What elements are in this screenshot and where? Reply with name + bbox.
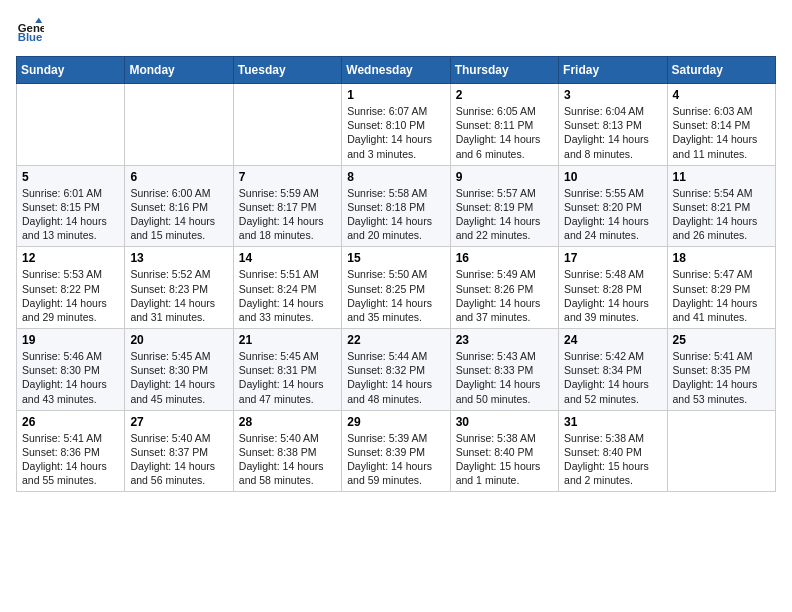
calendar-cell: 27Sunrise: 5:40 AM Sunset: 8:37 PM Dayli… <box>125 410 233 492</box>
day-number: 17 <box>564 251 661 265</box>
day-info: Sunrise: 5:46 AM Sunset: 8:30 PM Dayligh… <box>22 349 119 406</box>
day-number: 27 <box>130 415 227 429</box>
day-info: Sunrise: 5:53 AM Sunset: 8:22 PM Dayligh… <box>22 267 119 324</box>
calendar-cell: 18Sunrise: 5:47 AM Sunset: 8:29 PM Dayli… <box>667 247 775 329</box>
calendar-cell: 5Sunrise: 6:01 AM Sunset: 8:15 PM Daylig… <box>17 165 125 247</box>
calendar-cell: 11Sunrise: 5:54 AM Sunset: 8:21 PM Dayli… <box>667 165 775 247</box>
calendar-cell: 31Sunrise: 5:38 AM Sunset: 8:40 PM Dayli… <box>559 410 667 492</box>
day-info: Sunrise: 5:59 AM Sunset: 8:17 PM Dayligh… <box>239 186 336 243</box>
day-info: Sunrise: 5:42 AM Sunset: 8:34 PM Dayligh… <box>564 349 661 406</box>
calendar-week-row: 26Sunrise: 5:41 AM Sunset: 8:36 PM Dayli… <box>17 410 776 492</box>
day-info: Sunrise: 5:43 AM Sunset: 8:33 PM Dayligh… <box>456 349 553 406</box>
calendar-cell: 3Sunrise: 6:04 AM Sunset: 8:13 PM Daylig… <box>559 84 667 166</box>
day-info: Sunrise: 5:50 AM Sunset: 8:25 PM Dayligh… <box>347 267 444 324</box>
calendar-cell: 6Sunrise: 6:00 AM Sunset: 8:16 PM Daylig… <box>125 165 233 247</box>
day-number: 30 <box>456 415 553 429</box>
day-number: 3 <box>564 88 661 102</box>
day-number: 1 <box>347 88 444 102</box>
day-info: Sunrise: 5:39 AM Sunset: 8:39 PM Dayligh… <box>347 431 444 488</box>
calendar-cell: 29Sunrise: 5:39 AM Sunset: 8:39 PM Dayli… <box>342 410 450 492</box>
calendar-cell: 10Sunrise: 5:55 AM Sunset: 8:20 PM Dayli… <box>559 165 667 247</box>
day-info: Sunrise: 5:38 AM Sunset: 8:40 PM Dayligh… <box>564 431 661 488</box>
day-number: 28 <box>239 415 336 429</box>
calendar-cell: 21Sunrise: 5:45 AM Sunset: 8:31 PM Dayli… <box>233 329 341 411</box>
day-info: Sunrise: 5:44 AM Sunset: 8:32 PM Dayligh… <box>347 349 444 406</box>
calendar-table: SundayMondayTuesdayWednesdayThursdayFrid… <box>16 56 776 492</box>
day-info: Sunrise: 6:00 AM Sunset: 8:16 PM Dayligh… <box>130 186 227 243</box>
calendar-cell: 4Sunrise: 6:03 AM Sunset: 8:14 PM Daylig… <box>667 84 775 166</box>
calendar-cell: 23Sunrise: 5:43 AM Sunset: 8:33 PM Dayli… <box>450 329 558 411</box>
day-number: 20 <box>130 333 227 347</box>
day-number: 11 <box>673 170 770 184</box>
day-number: 8 <box>347 170 444 184</box>
calendar-cell <box>17 84 125 166</box>
day-number: 26 <box>22 415 119 429</box>
day-info: Sunrise: 5:47 AM Sunset: 8:29 PM Dayligh… <box>673 267 770 324</box>
calendar-cell: 15Sunrise: 5:50 AM Sunset: 8:25 PM Dayli… <box>342 247 450 329</box>
day-info: Sunrise: 6:05 AM Sunset: 8:11 PM Dayligh… <box>456 104 553 161</box>
day-info: Sunrise: 6:04 AM Sunset: 8:13 PM Dayligh… <box>564 104 661 161</box>
day-number: 22 <box>347 333 444 347</box>
day-info: Sunrise: 5:52 AM Sunset: 8:23 PM Dayligh… <box>130 267 227 324</box>
calendar-week-row: 1Sunrise: 6:07 AM Sunset: 8:10 PM Daylig… <box>17 84 776 166</box>
calendar-cell: 14Sunrise: 5:51 AM Sunset: 8:24 PM Dayli… <box>233 247 341 329</box>
day-info: Sunrise: 5:45 AM Sunset: 8:30 PM Dayligh… <box>130 349 227 406</box>
calendar-cell: 19Sunrise: 5:46 AM Sunset: 8:30 PM Dayli… <box>17 329 125 411</box>
day-info: Sunrise: 5:40 AM Sunset: 8:37 PM Dayligh… <box>130 431 227 488</box>
logo: General Blue <box>16 16 48 44</box>
calendar-cell: 30Sunrise: 5:38 AM Sunset: 8:40 PM Dayli… <box>450 410 558 492</box>
day-number: 9 <box>456 170 553 184</box>
calendar-cell: 1Sunrise: 6:07 AM Sunset: 8:10 PM Daylig… <box>342 84 450 166</box>
day-info: Sunrise: 5:48 AM Sunset: 8:28 PM Dayligh… <box>564 267 661 324</box>
calendar-cell: 8Sunrise: 5:58 AM Sunset: 8:18 PM Daylig… <box>342 165 450 247</box>
day-number: 12 <box>22 251 119 265</box>
calendar-cell: 16Sunrise: 5:49 AM Sunset: 8:26 PM Dayli… <box>450 247 558 329</box>
logo-icon: General Blue <box>16 16 44 44</box>
day-info: Sunrise: 5:54 AM Sunset: 8:21 PM Dayligh… <box>673 186 770 243</box>
day-info: Sunrise: 5:41 AM Sunset: 8:36 PM Dayligh… <box>22 431 119 488</box>
day-number: 13 <box>130 251 227 265</box>
calendar-cell: 13Sunrise: 5:52 AM Sunset: 8:23 PM Dayli… <box>125 247 233 329</box>
day-number: 14 <box>239 251 336 265</box>
calendar-cell <box>125 84 233 166</box>
day-info: Sunrise: 5:41 AM Sunset: 8:35 PM Dayligh… <box>673 349 770 406</box>
calendar-cell: 12Sunrise: 5:53 AM Sunset: 8:22 PM Dayli… <box>17 247 125 329</box>
day-number: 4 <box>673 88 770 102</box>
day-number: 5 <box>22 170 119 184</box>
day-info: Sunrise: 6:07 AM Sunset: 8:10 PM Dayligh… <box>347 104 444 161</box>
calendar-cell: 7Sunrise: 5:59 AM Sunset: 8:17 PM Daylig… <box>233 165 341 247</box>
day-number: 18 <box>673 251 770 265</box>
calendar-cell: 26Sunrise: 5:41 AM Sunset: 8:36 PM Dayli… <box>17 410 125 492</box>
day-info: Sunrise: 5:49 AM Sunset: 8:26 PM Dayligh… <box>456 267 553 324</box>
weekday-header: Friday <box>559 57 667 84</box>
day-number: 24 <box>564 333 661 347</box>
day-info: Sunrise: 5:55 AM Sunset: 8:20 PM Dayligh… <box>564 186 661 243</box>
calendar-week-row: 19Sunrise: 5:46 AM Sunset: 8:30 PM Dayli… <box>17 329 776 411</box>
calendar-cell: 20Sunrise: 5:45 AM Sunset: 8:30 PM Dayli… <box>125 329 233 411</box>
day-info: Sunrise: 5:58 AM Sunset: 8:18 PM Dayligh… <box>347 186 444 243</box>
day-number: 29 <box>347 415 444 429</box>
weekday-header: Tuesday <box>233 57 341 84</box>
day-number: 19 <box>22 333 119 347</box>
day-info: Sunrise: 5:40 AM Sunset: 8:38 PM Dayligh… <box>239 431 336 488</box>
day-info: Sunrise: 5:57 AM Sunset: 8:19 PM Dayligh… <box>456 186 553 243</box>
calendar-week-row: 12Sunrise: 5:53 AM Sunset: 8:22 PM Dayli… <box>17 247 776 329</box>
calendar-cell <box>667 410 775 492</box>
calendar-cell: 22Sunrise: 5:44 AM Sunset: 8:32 PM Dayli… <box>342 329 450 411</box>
calendar-cell: 28Sunrise: 5:40 AM Sunset: 8:38 PM Dayli… <box>233 410 341 492</box>
weekday-header: Wednesday <box>342 57 450 84</box>
calendar-cell: 25Sunrise: 5:41 AM Sunset: 8:35 PM Dayli… <box>667 329 775 411</box>
calendar-week-row: 5Sunrise: 6:01 AM Sunset: 8:15 PM Daylig… <box>17 165 776 247</box>
weekday-header: Sunday <box>17 57 125 84</box>
day-info: Sunrise: 5:45 AM Sunset: 8:31 PM Dayligh… <box>239 349 336 406</box>
day-number: 31 <box>564 415 661 429</box>
weekday-header: Thursday <box>450 57 558 84</box>
day-number: 7 <box>239 170 336 184</box>
day-number: 2 <box>456 88 553 102</box>
weekday-header: Monday <box>125 57 233 84</box>
calendar-cell: 9Sunrise: 5:57 AM Sunset: 8:19 PM Daylig… <box>450 165 558 247</box>
day-info: Sunrise: 5:51 AM Sunset: 8:24 PM Dayligh… <box>239 267 336 324</box>
day-number: 6 <box>130 170 227 184</box>
calendar-cell: 24Sunrise: 5:42 AM Sunset: 8:34 PM Dayli… <box>559 329 667 411</box>
calendar-cell: 2Sunrise: 6:05 AM Sunset: 8:11 PM Daylig… <box>450 84 558 166</box>
